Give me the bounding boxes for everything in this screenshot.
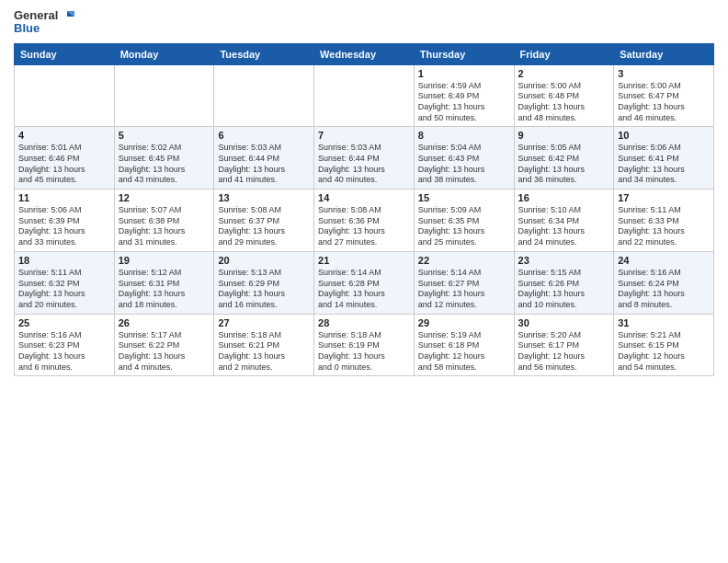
calendar-cell: 30Sunrise: 5:20 AM Sunset: 6:17 PM Dayli… bbox=[514, 314, 614, 376]
calendar-cell: 12Sunrise: 5:07 AM Sunset: 6:38 PM Dayli… bbox=[114, 190, 214, 252]
day-number: 5 bbox=[119, 130, 210, 141]
calendar-cell: 23Sunrise: 5:15 AM Sunset: 6:26 PM Dayli… bbox=[514, 251, 614, 314]
logo-general: General bbox=[14, 8, 58, 22]
calendar-cell: 4Sunrise: 5:01 AM Sunset: 6:46 PM Daylig… bbox=[15, 127, 115, 190]
weekday-wednesday: Wednesday bbox=[314, 43, 415, 64]
day-info: Sunrise: 5:18 AM Sunset: 6:21 PM Dayligh… bbox=[218, 330, 310, 373]
calendar-cell bbox=[114, 64, 214, 127]
calendar-cell: 26Sunrise: 5:17 AM Sunset: 6:22 PM Dayli… bbox=[114, 314, 214, 376]
calendar-cell: 16Sunrise: 5:10 AM Sunset: 6:34 PM Dayli… bbox=[514, 190, 614, 252]
day-info: Sunrise: 5:06 AM Sunset: 6:41 PM Dayligh… bbox=[618, 143, 710, 186]
calendar-cell: 17Sunrise: 5:11 AM Sunset: 6:33 PM Dayli… bbox=[614, 190, 714, 252]
day-info: Sunrise: 5:08 AM Sunset: 6:36 PM Dayligh… bbox=[318, 205, 410, 248]
day-number: 16 bbox=[518, 192, 610, 203]
calendar-cell: 22Sunrise: 5:14 AM Sunset: 6:27 PM Dayli… bbox=[414, 251, 514, 314]
day-number: 27 bbox=[218, 317, 310, 328]
day-info: Sunrise: 5:11 AM Sunset: 6:33 PM Dayligh… bbox=[618, 205, 710, 248]
calendar-cell: 18Sunrise: 5:11 AM Sunset: 6:32 PM Dayli… bbox=[15, 251, 115, 314]
weekday-monday: Monday bbox=[114, 43, 214, 64]
calendar-cell: 19Sunrise: 5:12 AM Sunset: 6:31 PM Dayli… bbox=[114, 251, 214, 314]
day-number: 20 bbox=[218, 255, 310, 266]
day-info: Sunrise: 5:18 AM Sunset: 6:19 PM Dayligh… bbox=[318, 330, 410, 373]
calendar-cell: 21Sunrise: 5:14 AM Sunset: 6:28 PM Dayli… bbox=[314, 251, 415, 314]
day-number: 25 bbox=[18, 317, 110, 328]
day-number: 10 bbox=[618, 130, 710, 141]
day-info: Sunrise: 5:12 AM Sunset: 6:31 PM Dayligh… bbox=[119, 268, 210, 311]
day-number: 1 bbox=[418, 68, 510, 79]
week-row-3: 11Sunrise: 5:06 AM Sunset: 6:39 PM Dayli… bbox=[15, 190, 714, 252]
day-info: Sunrise: 5:14 AM Sunset: 6:28 PM Dayligh… bbox=[318, 268, 410, 311]
day-number: 12 bbox=[119, 192, 210, 203]
day-number: 19 bbox=[119, 255, 210, 266]
day-number: 22 bbox=[418, 255, 510, 266]
day-info: Sunrise: 5:03 AM Sunset: 6:44 PM Dayligh… bbox=[318, 143, 410, 186]
day-number: 21 bbox=[318, 255, 410, 266]
day-info: Sunrise: 5:08 AM Sunset: 6:37 PM Dayligh… bbox=[218, 205, 310, 248]
weekday-friday: Friday bbox=[514, 43, 614, 64]
day-info: Sunrise: 5:04 AM Sunset: 6:43 PM Dayligh… bbox=[418, 143, 510, 186]
day-number: 11 bbox=[18, 192, 110, 203]
weekday-sunday: Sunday bbox=[15, 43, 115, 64]
calendar-cell: 29Sunrise: 5:19 AM Sunset: 6:18 PM Dayli… bbox=[414, 314, 514, 376]
day-number: 3 bbox=[618, 68, 710, 79]
week-row-1: 1Sunrise: 4:59 AM Sunset: 6:49 PM Daylig… bbox=[15, 64, 714, 127]
calendar-cell: 31Sunrise: 5:21 AM Sunset: 6:15 PM Dayli… bbox=[614, 314, 714, 376]
weekday-header-row: SundayMondayTuesdayWednesdayThursdayFrid… bbox=[15, 43, 714, 64]
calendar-cell: 2Sunrise: 5:00 AM Sunset: 6:48 PM Daylig… bbox=[514, 64, 614, 127]
day-info: Sunrise: 5:10 AM Sunset: 6:34 PM Dayligh… bbox=[518, 205, 610, 248]
day-info: Sunrise: 5:21 AM Sunset: 6:15 PM Dayligh… bbox=[618, 330, 710, 373]
calendar-cell: 10Sunrise: 5:06 AM Sunset: 6:41 PM Dayli… bbox=[614, 127, 714, 190]
calendar-cell: 3Sunrise: 5:00 AM Sunset: 6:47 PM Daylig… bbox=[614, 64, 714, 127]
day-info: Sunrise: 5:03 AM Sunset: 6:44 PM Dayligh… bbox=[218, 143, 310, 186]
calendar-cell: 1Sunrise: 4:59 AM Sunset: 6:49 PM Daylig… bbox=[414, 64, 514, 127]
day-info: Sunrise: 5:17 AM Sunset: 6:22 PM Dayligh… bbox=[119, 330, 210, 373]
calendar: SundayMondayTuesdayWednesdayThursdayFrid… bbox=[14, 43, 714, 377]
week-row-2: 4Sunrise: 5:01 AM Sunset: 6:46 PM Daylig… bbox=[15, 127, 714, 190]
day-info: Sunrise: 4:59 AM Sunset: 6:49 PM Dayligh… bbox=[418, 81, 510, 124]
day-number: 9 bbox=[518, 130, 610, 141]
calendar-cell: 13Sunrise: 5:08 AM Sunset: 6:37 PM Dayli… bbox=[214, 190, 314, 252]
day-number: 15 bbox=[418, 192, 510, 203]
page: General Blue SundayMondayTuesdayWednesda… bbox=[0, 0, 728, 563]
calendar-cell: 11Sunrise: 5:06 AM Sunset: 6:39 PM Dayli… bbox=[15, 190, 115, 252]
day-info: Sunrise: 5:06 AM Sunset: 6:39 PM Dayligh… bbox=[18, 205, 110, 248]
calendar-cell: 28Sunrise: 5:18 AM Sunset: 6:19 PM Dayli… bbox=[314, 314, 415, 376]
day-number: 8 bbox=[418, 130, 510, 141]
calendar-cell: 27Sunrise: 5:18 AM Sunset: 6:21 PM Dayli… bbox=[214, 314, 314, 376]
calendar-cell: 15Sunrise: 5:09 AM Sunset: 6:35 PM Dayli… bbox=[414, 190, 514, 252]
day-info: Sunrise: 5:13 AM Sunset: 6:29 PM Dayligh… bbox=[218, 268, 310, 311]
calendar-cell: 7Sunrise: 5:03 AM Sunset: 6:44 PM Daylig… bbox=[314, 127, 415, 190]
day-number: 7 bbox=[318, 130, 410, 141]
day-number: 26 bbox=[119, 317, 210, 328]
calendar-cell: 9Sunrise: 5:05 AM Sunset: 6:42 PM Daylig… bbox=[514, 127, 614, 190]
day-number: 6 bbox=[218, 130, 310, 141]
header: General Blue bbox=[14, 9, 714, 36]
calendar-cell: 25Sunrise: 5:16 AM Sunset: 6:23 PM Dayli… bbox=[15, 314, 115, 376]
weekday-saturday: Saturday bbox=[614, 43, 714, 64]
day-number: 17 bbox=[618, 192, 710, 203]
week-row-5: 25Sunrise: 5:16 AM Sunset: 6:23 PM Dayli… bbox=[15, 314, 714, 376]
day-info: Sunrise: 5:16 AM Sunset: 6:23 PM Dayligh… bbox=[18, 330, 110, 373]
calendar-cell: 5Sunrise: 5:02 AM Sunset: 6:45 PM Daylig… bbox=[114, 127, 214, 190]
day-number: 23 bbox=[518, 255, 610, 266]
logo-blue: Blue bbox=[14, 21, 40, 35]
calendar-cell: 14Sunrise: 5:08 AM Sunset: 6:36 PM Dayli… bbox=[314, 190, 415, 252]
day-info: Sunrise: 5:19 AM Sunset: 6:18 PM Dayligh… bbox=[418, 330, 510, 373]
day-number: 13 bbox=[218, 192, 310, 203]
week-row-4: 18Sunrise: 5:11 AM Sunset: 6:32 PM Dayli… bbox=[15, 251, 714, 314]
day-number: 2 bbox=[518, 68, 610, 79]
calendar-cell bbox=[214, 64, 314, 127]
logo-bird-icon bbox=[60, 11, 74, 22]
day-info: Sunrise: 5:15 AM Sunset: 6:26 PM Dayligh… bbox=[518, 268, 610, 311]
calendar-cell bbox=[314, 64, 415, 127]
weekday-thursday: Thursday bbox=[414, 43, 514, 64]
day-info: Sunrise: 5:11 AM Sunset: 6:32 PM Dayligh… bbox=[18, 268, 110, 311]
day-info: Sunrise: 5:05 AM Sunset: 6:42 PM Dayligh… bbox=[518, 143, 610, 186]
weekday-tuesday: Tuesday bbox=[214, 43, 314, 64]
day-info: Sunrise: 5:07 AM Sunset: 6:38 PM Dayligh… bbox=[119, 205, 210, 248]
logo-text: General Blue bbox=[14, 9, 74, 36]
day-number: 4 bbox=[18, 130, 110, 141]
day-info: Sunrise: 5:20 AM Sunset: 6:17 PM Dayligh… bbox=[518, 330, 610, 373]
day-info: Sunrise: 5:00 AM Sunset: 6:47 PM Dayligh… bbox=[618, 81, 710, 124]
day-info: Sunrise: 5:09 AM Sunset: 6:35 PM Dayligh… bbox=[418, 205, 510, 248]
